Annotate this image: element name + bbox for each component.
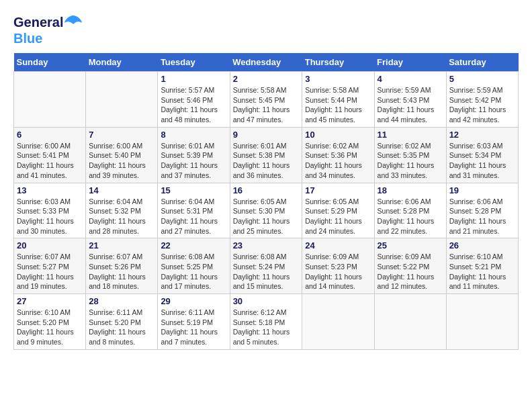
day-detail: Sunrise: 6:05 AM Sunset: 5:29 PM Dayligh… xyxy=(305,197,371,236)
calendar-cell: 17Sunrise: 6:05 AM Sunset: 5:29 PM Dayli… xyxy=(302,183,374,238)
day-detail: Sunrise: 6:12 AM Sunset: 5:18 PM Dayligh… xyxy=(233,308,300,347)
calendar-header-row: SundayMondayTuesdayWednesdayThursdayFrid… xyxy=(14,53,519,72)
day-number: 29 xyxy=(161,296,226,306)
day-number: 10 xyxy=(305,130,371,140)
day-detail: Sunrise: 6:09 AM Sunset: 5:22 PM Dayligh… xyxy=(378,252,443,291)
day-detail: Sunrise: 6:00 AM Sunset: 5:41 PM Dayligh… xyxy=(17,141,83,181)
calendar-cell xyxy=(14,72,86,128)
calendar-cell: 4Sunrise: 5:59 AM Sunset: 5:43 PM Daylig… xyxy=(374,72,446,128)
calendar-week-2: 6Sunrise: 6:00 AM Sunset: 5:41 PM Daylig… xyxy=(14,127,519,183)
calendar-cell: 22Sunrise: 6:08 AM Sunset: 5:25 PM Dayli… xyxy=(158,238,230,294)
calendar-cell: 18Sunrise: 6:06 AM Sunset: 5:28 PM Dayli… xyxy=(374,183,446,238)
day-number: 22 xyxy=(161,240,226,250)
calendar-cell: 26Sunrise: 6:10 AM Sunset: 5:21 PM Dayli… xyxy=(446,238,518,294)
day-detail: Sunrise: 6:10 AM Sunset: 5:21 PM Dayligh… xyxy=(449,252,515,291)
day-number: 23 xyxy=(233,240,300,250)
calendar-cell: 5Sunrise: 5:59 AM Sunset: 5:42 PM Daylig… xyxy=(446,72,518,128)
day-detail: Sunrise: 6:05 AM Sunset: 5:30 PM Dayligh… xyxy=(233,197,300,236)
day-detail: Sunrise: 6:07 AM Sunset: 5:26 PM Dayligh… xyxy=(89,252,154,291)
day-number: 8 xyxy=(161,130,226,140)
day-number: 13 xyxy=(17,185,83,195)
day-number: 18 xyxy=(378,185,443,195)
day-header-saturday: Saturday xyxy=(446,53,518,72)
calendar-cell: 29Sunrise: 6:11 AM Sunset: 5:19 PM Dayli… xyxy=(158,294,230,350)
day-number: 28 xyxy=(89,296,154,306)
day-detail: Sunrise: 5:57 AM Sunset: 5:46 PM Dayligh… xyxy=(161,85,226,125)
day-header-friday: Friday xyxy=(374,53,446,72)
calendar-cell: 21Sunrise: 6:07 AM Sunset: 5:26 PM Dayli… xyxy=(86,238,158,294)
day-number: 12 xyxy=(449,130,515,140)
logo-general-text: General xyxy=(13,15,63,30)
calendar-table: SundayMondayTuesdayWednesdayThursdayFrid… xyxy=(13,53,519,350)
day-number: 3 xyxy=(305,74,371,84)
calendar-cell: 13Sunrise: 6:03 AM Sunset: 5:33 PM Dayli… xyxy=(14,183,86,238)
day-detail: Sunrise: 6:02 AM Sunset: 5:35 PM Dayligh… xyxy=(378,141,443,181)
day-detail: Sunrise: 6:01 AM Sunset: 5:38 PM Dayligh… xyxy=(233,141,300,181)
day-number: 20 xyxy=(17,240,83,250)
calendar-cell: 11Sunrise: 6:02 AM Sunset: 5:35 PM Dayli… xyxy=(374,127,446,183)
logo-blue-text: Blue xyxy=(13,31,42,46)
calendar-week-1: 1Sunrise: 5:57 AM Sunset: 5:46 PM Daylig… xyxy=(14,72,519,128)
calendar-cell: 30Sunrise: 6:12 AM Sunset: 5:18 PM Dayli… xyxy=(230,294,302,350)
logo: General Blue xyxy=(13,13,83,46)
day-number: 4 xyxy=(378,74,443,84)
day-number: 9 xyxy=(233,130,300,140)
day-number: 15 xyxy=(161,185,226,195)
day-detail: Sunrise: 5:59 AM Sunset: 5:42 PM Dayligh… xyxy=(449,85,515,125)
day-number: 16 xyxy=(233,185,300,195)
calendar-cell: 15Sunrise: 6:04 AM Sunset: 5:31 PM Dayli… xyxy=(158,183,230,238)
day-header-wednesday: Wednesday xyxy=(230,53,302,72)
day-detail: Sunrise: 6:10 AM Sunset: 5:20 PM Dayligh… xyxy=(17,308,83,347)
day-detail: Sunrise: 6:04 AM Sunset: 5:31 PM Dayligh… xyxy=(161,197,226,236)
day-detail: Sunrise: 6:03 AM Sunset: 5:34 PM Dayligh… xyxy=(449,141,515,181)
calendar-week-3: 13Sunrise: 6:03 AM Sunset: 5:33 PM Dayli… xyxy=(14,183,519,238)
day-number: 6 xyxy=(17,130,83,140)
calendar-cell: 3Sunrise: 5:58 AM Sunset: 5:44 PM Daylig… xyxy=(302,72,374,128)
day-detail: Sunrise: 5:58 AM Sunset: 5:45 PM Dayligh… xyxy=(233,85,300,125)
page-header: General Blue xyxy=(13,13,519,46)
calendar-cell: 6Sunrise: 6:00 AM Sunset: 5:41 PM Daylig… xyxy=(14,127,86,183)
calendar-cell: 1Sunrise: 5:57 AM Sunset: 5:46 PM Daylig… xyxy=(158,72,230,128)
calendar-cell: 23Sunrise: 6:08 AM Sunset: 5:24 PM Dayli… xyxy=(230,238,302,294)
calendar-cell: 20Sunrise: 6:07 AM Sunset: 5:27 PM Dayli… xyxy=(14,238,86,294)
calendar-cell xyxy=(86,72,158,128)
day-header-tuesday: Tuesday xyxy=(158,53,230,72)
calendar-cell: 19Sunrise: 6:06 AM Sunset: 5:28 PM Dayli… xyxy=(446,183,518,238)
calendar-cell xyxy=(374,294,446,350)
day-detail: Sunrise: 6:06 AM Sunset: 5:28 PM Dayligh… xyxy=(378,197,443,236)
day-detail: Sunrise: 6:08 AM Sunset: 5:24 PM Dayligh… xyxy=(233,252,300,291)
calendar-cell: 10Sunrise: 6:02 AM Sunset: 5:36 PM Dayli… xyxy=(302,127,374,183)
calendar-cell: 16Sunrise: 6:05 AM Sunset: 5:30 PM Dayli… xyxy=(230,183,302,238)
calendar-cell xyxy=(302,294,374,350)
day-number: 7 xyxy=(89,130,154,140)
day-header-thursday: Thursday xyxy=(302,53,374,72)
calendar-cell: 27Sunrise: 6:10 AM Sunset: 5:20 PM Dayli… xyxy=(14,294,86,350)
calendar-week-5: 27Sunrise: 6:10 AM Sunset: 5:20 PM Dayli… xyxy=(14,294,519,350)
day-detail: Sunrise: 6:07 AM Sunset: 5:27 PM Dayligh… xyxy=(17,252,83,291)
day-number: 24 xyxy=(305,240,371,250)
day-detail: Sunrise: 6:11 AM Sunset: 5:20 PM Dayligh… xyxy=(89,308,154,347)
day-number: 1 xyxy=(161,74,226,84)
day-detail: Sunrise: 6:02 AM Sunset: 5:36 PM Dayligh… xyxy=(305,141,371,181)
calendar-cell: 7Sunrise: 6:00 AM Sunset: 5:40 PM Daylig… xyxy=(86,127,158,183)
day-number: 14 xyxy=(89,185,154,195)
day-number: 27 xyxy=(17,296,83,306)
day-detail: Sunrise: 5:58 AM Sunset: 5:44 PM Dayligh… xyxy=(305,85,371,125)
logo-bird-icon xyxy=(63,13,83,31)
day-detail: Sunrise: 5:59 AM Sunset: 5:43 PM Dayligh… xyxy=(378,85,443,125)
day-detail: Sunrise: 6:03 AM Sunset: 5:33 PM Dayligh… xyxy=(17,197,83,236)
day-detail: Sunrise: 6:00 AM Sunset: 5:40 PM Dayligh… xyxy=(89,141,154,181)
day-header-monday: Monday xyxy=(86,53,158,72)
day-number: 19 xyxy=(449,185,515,195)
calendar-cell: 12Sunrise: 6:03 AM Sunset: 5:34 PM Dayli… xyxy=(446,127,518,183)
day-number: 21 xyxy=(89,240,154,250)
day-number: 17 xyxy=(305,185,371,195)
day-number: 5 xyxy=(449,74,515,84)
day-detail: Sunrise: 6:08 AM Sunset: 5:25 PM Dayligh… xyxy=(161,252,226,291)
day-header-sunday: Sunday xyxy=(14,53,86,72)
calendar-week-4: 20Sunrise: 6:07 AM Sunset: 5:27 PM Dayli… xyxy=(14,238,519,294)
day-number: 25 xyxy=(378,240,443,250)
day-number: 30 xyxy=(233,296,300,306)
day-detail: Sunrise: 6:09 AM Sunset: 5:23 PM Dayligh… xyxy=(305,252,371,291)
calendar-cell: 25Sunrise: 6:09 AM Sunset: 5:22 PM Dayli… xyxy=(374,238,446,294)
